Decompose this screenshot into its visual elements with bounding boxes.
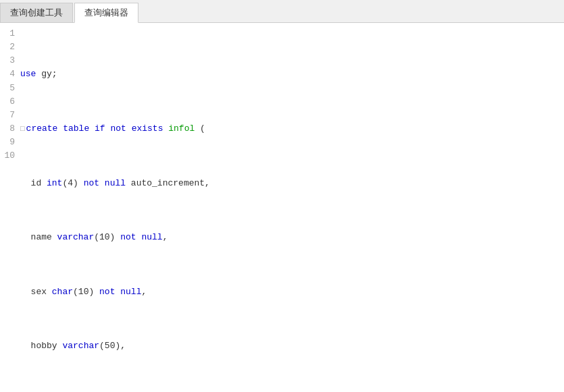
code-line-2: □create table if not exists infol ( [20,122,564,136]
tab-query-builder[interactable]: 查询创建工具 [0,3,73,22]
code-line-5: sex char(10) not null, [20,285,564,299]
editor-area: 1 2 3 4 5 6 7 8 9 10 use gy; □create tab… [0,23,564,392]
code-line-6: hobby varchar(50), [20,339,564,353]
collapse-icon[interactable]: □ [20,123,25,135]
tab-bar: 查询创建工具 查询编辑器 [0,0,564,23]
line-numbers: 1 2 3 4 5 6 7 8 9 10 [0,27,20,392]
code-line-4: name varchar(10) not null, [20,231,564,244]
code-lines[interactable]: use gy; □create table if not exists info… [20,27,564,392]
tab-query-editor[interactable]: 查询编辑器 [74,3,138,23]
code-line-3: id int(4) not null auto_increment, [20,177,564,190]
code-line-1: use gy; [20,67,564,81]
code-container: 1 2 3 4 5 6 7 8 9 10 use gy; □create tab… [0,27,564,392]
